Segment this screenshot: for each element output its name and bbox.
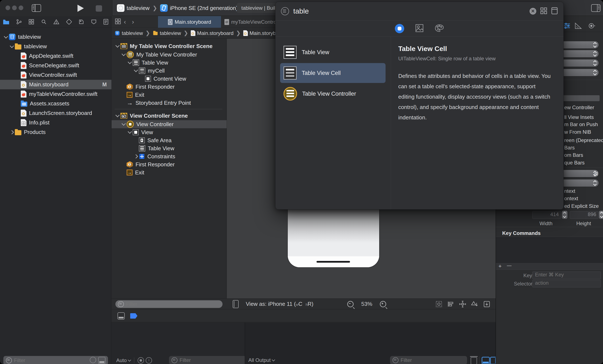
size-inspector-icon[interactable] <box>575 23 582 30</box>
outline-row-view-controller[interactable]: View Controller <box>112 120 227 128</box>
file-row-mytableviewcontroller-swift[interactable]: myTableViewController.swift <box>0 89 111 99</box>
outline-row-storyboard-entry-point[interactable]: →Storyboard Entry Point <box>112 99 227 107</box>
tab-mytableviewcontroller[interactable]: myTableViewControlle <box>221 16 276 28</box>
report-navigator-icon[interactable] <box>103 19 108 25</box>
outline-row-view[interactable]: View <box>112 128 227 136</box>
issue-navigator-icon[interactable] <box>53 19 59 24</box>
list-view-icon[interactable] <box>551 7 558 15</box>
minimize-window-button[interactable] <box>12 5 17 10</box>
selector-field[interactable] <box>532 280 601 287</box>
file-row-products[interactable]: Products <box>0 127 111 137</box>
outline-row-my-table-view-controller-scene[interactable]: My Table View Controller Scene <box>112 42 227 51</box>
related-items-icon[interactable] <box>112 18 121 25</box>
close-window-button[interactable] <box>5 5 10 10</box>
variables-filter-input[interactable] <box>180 357 244 363</box>
test-navigator-icon[interactable] <box>66 19 72 24</box>
file-row-info-plist[interactable]: Info.plist <box>0 118 111 127</box>
file-row-assets-xcassets[interactable]: Assets.xcassets <box>0 99 111 108</box>
disclosure-chevron[interactable] <box>133 69 139 72</box>
scheme-project-name[interactable]: tableview <box>127 5 150 11</box>
outline-row-my-table-view-controller[interactable]: My Table View Controller <box>112 51 227 59</box>
key-field[interactable] <box>532 272 601 279</box>
debug-navigator-icon[interactable] <box>79 19 84 24</box>
view-as-label[interactable]: View as: iPhone 11 (wC hR) <box>246 301 313 307</box>
disclosure-chevron[interactable] <box>115 45 120 48</box>
file-row-viewcontroller-swift[interactable]: ViewController.swift <box>0 70 111 80</box>
selector-input[interactable] <box>533 280 601 286</box>
height-input[interactable] <box>570 211 598 217</box>
library-tabs[interactable] <box>276 21 563 37</box>
outline-row-table-view[interactable]: Table View <box>112 144 227 152</box>
hide-debug-area-icon[interactable] <box>117 312 125 319</box>
disclosure-chevron[interactable] <box>121 123 127 126</box>
iphone-canvas-device[interactable] <box>288 208 379 267</box>
console-filter-bar[interactable] <box>390 356 467 364</box>
disclosure-chevron[interactable] <box>121 53 127 56</box>
remove-key-command-button[interactable]: — <box>507 263 511 268</box>
width-input[interactable] <box>533 211 561 217</box>
zoom-out-icon[interactable] <box>347 301 354 307</box>
update-frames-icon[interactable] <box>436 301 442 307</box>
connections-inspector-icon[interactable] <box>588 23 595 30</box>
project-navigator-icon[interactable] <box>3 19 9 24</box>
symbol-navigator-icon[interactable] <box>29 19 34 24</box>
disclosure-chevron[interactable] <box>127 61 133 64</box>
objects-tab-icon[interactable] <box>395 24 404 33</box>
outline-row-safe-area[interactable]: Safe Area <box>112 136 227 144</box>
toggle-navigator-icon[interactable] <box>32 4 41 12</box>
resolve-autolayout-icon[interactable] <box>471 301 478 307</box>
outline-row-first-responder[interactable]: 1First Responder <box>112 83 227 91</box>
colors-tab-icon[interactable] <box>435 24 444 33</box>
navigator-filter-bar[interactable] <box>3 356 108 364</box>
scheme-selector[interactable]: tableview ❯ iPhone SE (2nd generation) <box>117 3 238 13</box>
add-constraints-icon[interactable] <box>459 301 466 307</box>
go-forward-button[interactable]: › <box>129 18 137 25</box>
zoom-level[interactable]: 53% <box>361 301 372 307</box>
attributes-inspector-icon[interactable] <box>564 23 570 30</box>
outline-row-constraints[interactable]: Constraints <box>112 152 227 160</box>
zoom-in-icon[interactable] <box>380 301 386 307</box>
source-control-status-icon[interactable] <box>98 357 105 364</box>
height-stepper[interactable] <box>599 211 603 219</box>
library-item-table-view-controller[interactable]: Table View Controller <box>276 83 391 104</box>
toggle-inspector-icon[interactable] <box>591 4 601 12</box>
file-row-appdelegate-swift[interactable]: AppDelegate.swift <box>0 51 111 61</box>
tab-main-storyboard[interactable]: Main.storyboard <box>158 16 221 28</box>
outline-row-content-view[interactable]: Content View <box>112 75 227 83</box>
outline-row-exit[interactable]: →Exit <box>112 169 227 177</box>
variables-filter-bar[interactable] <box>169 356 246 364</box>
jumpbar-item[interactable]: Main.storyboard <box>197 30 233 36</box>
outline-filter-input[interactable] <box>126 301 220 307</box>
disclosure-chevron[interactable] <box>127 131 133 134</box>
show-variables-view-icon[interactable] <box>482 357 490 364</box>
file-row-tableview[interactable]: tableview <box>0 42 111 51</box>
embed-in-icon[interactable] <box>483 301 490 307</box>
recent-files-icon[interactable] <box>90 357 96 363</box>
file-row-scenedelegate-swift[interactable]: SceneDelegate.swift <box>0 61 111 70</box>
zoom-window-button[interactable] <box>19 5 23 10</box>
disclosure-chevron[interactable] <box>133 155 139 158</box>
navigator-filter-input[interactable] <box>14 357 88 363</box>
run-button[interactable] <box>78 5 84 12</box>
console-filter-input[interactable] <box>401 357 464 363</box>
file-row-main-storyboard[interactable]: Main.storyboardM <box>0 80 111 89</box>
outline-row-exit[interactable]: →Exit <box>112 91 227 99</box>
media-tab-icon[interactable] <box>415 24 424 33</box>
navigator-tab-bar[interactable] <box>0 16 111 27</box>
file-row-launchscreen-storyboard[interactable]: LaunchScreen.storyboard <box>0 108 111 118</box>
width-stepper[interactable] <box>562 211 568 219</box>
go-back-button[interactable]: ‹ <box>121 18 129 25</box>
outline-row-first-responder[interactable]: 1First Responder <box>112 160 227 169</box>
clear-console-icon[interactable] <box>471 357 477 364</box>
stop-button[interactable] <box>96 5 102 12</box>
grid-view-icon[interactable] <box>540 7 547 15</box>
library-search-input[interactable] <box>293 7 526 15</box>
info-icon[interactable] <box>146 357 152 364</box>
location-icon[interactable] <box>138 357 144 364</box>
variables-view-mode[interactable]: Auto <box>116 357 152 364</box>
source-control-icon[interactable] <box>16 19 22 24</box>
add-key-command-button[interactable]: + <box>499 263 502 269</box>
console-output-mode[interactable]: All Output <box>248 357 275 363</box>
breakpoints-enabled-icon[interactable] <box>130 313 137 319</box>
disclosure-chevron[interactable] <box>9 45 15 48</box>
